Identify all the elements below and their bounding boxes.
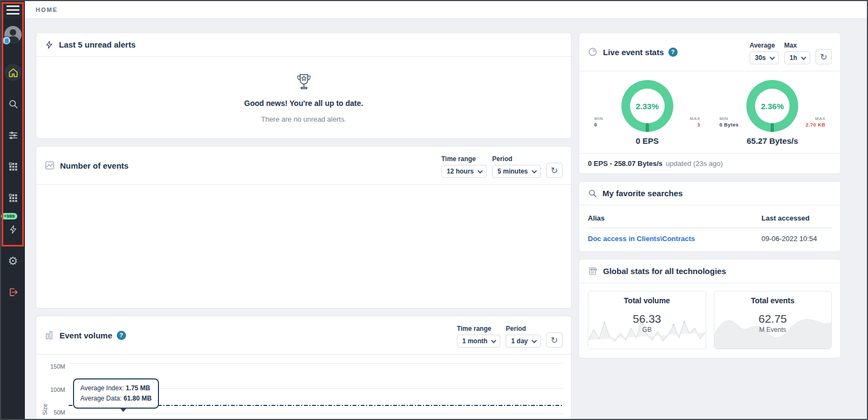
stats-report-icon [588,266,598,276]
total-volume-tile: Total volume 56.33 GB [588,291,706,349]
chevron-down-icon [770,55,775,60]
card-title: Live event stats [603,48,664,57]
menu-icon[interactable] [1,1,25,19]
bytes-caption: 65.27 Bytes/s [747,136,798,145]
chart-tooltip: Average Index: 1.75 MB Average Data: 61.… [73,378,160,409]
max-select[interactable]: 1h [784,51,810,64]
eps-donut-block: MIN 0 2.33% 0 EPS MAX 3 [585,80,710,145]
sidebar-item-search[interactable] [4,95,22,112]
last-accessed-value: 09-06-2022 10:54 [761,235,832,243]
sidebar: +999 ⚙ [1,1,25,419]
sidebar-item-logout[interactable] [4,283,22,301]
search-icon [8,99,18,109]
alerts-count-badge: +999 [1,213,17,219]
number-of-events-card: Number of events Time range 12 hours Per… [36,146,572,309]
number-of-events-body [36,185,571,308]
event-volume-chart: Size 150M 100M 50M 0 Average I [36,355,571,420]
card-title: Last 5 unread alerts [59,40,136,49]
user-avatar[interactable] [4,26,22,43]
total-events-tile: Total events 62.75 M Events [714,291,832,349]
trophy-icon [293,71,315,94]
refresh-button[interactable]: ↻ [546,332,562,348]
global-stats-card: Global stats for all technologies Total … [579,259,841,358]
favorite-search-link[interactable]: Doc access in Clients\Contracts [588,235,695,243]
time-range-select[interactable]: 12 hours [441,165,487,178]
chevron-down-icon [478,168,483,174]
average-label: Average [750,42,775,49]
alerts-lightning-icon [45,40,54,50]
chevron-down-icon [532,338,537,343]
period-select[interactable]: 1 day [506,335,541,348]
bytes-donut-block: MIN 0 Bytes 2.36% 65.27 Bytes/s MAX 2.70… [710,80,836,145]
breadcrumb[interactable]: HOME [36,6,58,13]
table-header: Alias Last accessed [588,208,832,228]
chevron-down-icon [491,338,496,343]
bytes-donut: 2.36% [746,80,798,132]
period-select[interactable]: 5 minutes [492,165,541,178]
bytes-percent: 2.36% [746,80,798,132]
alerts-submessage: There are no unread alerts. [45,115,562,123]
image-chart-icon [45,161,55,170]
pie-clock-icon [588,47,598,57]
help-icon[interactable]: ? [668,48,678,57]
chevron-down-icon [801,55,806,60]
average-select[interactable]: 30s [750,51,779,64]
sidebar-item-home[interactable] [4,64,22,81]
table-row: Doc access in Clients\Contracts 09-06-20… [588,228,832,246]
max-label: Max [784,42,797,49]
time-range-label: Time range [457,325,492,332]
event-volume-card: Event volume ? Time range 1 month Period… [36,316,572,420]
y-axis-ticks: 150M 100M 50M 0 [49,363,69,420]
card-title: My favorite searches [602,189,683,198]
y-axis-label: Size [42,363,49,420]
unread-alerts-card: Last 5 unread alerts Good news! You're a… [36,32,572,139]
topbar: HOME [25,1,867,19]
card-title: Number of events [60,161,129,170]
home-icon [8,68,18,78]
hand-badge-icon [2,36,11,45]
sidebar-item-apps-secondary[interactable] [4,189,22,206]
sidebar-item-filters[interactable] [4,126,22,144]
bar-chart-icon [45,330,54,340]
sidebar-item-alerts[interactable]: +999 [4,221,22,238]
logout-icon [8,287,18,297]
eps-donut: 2.33% [621,80,673,132]
gear-icon: ⚙ [8,255,18,266]
period-label: Period [506,325,526,332]
help-icon[interactable]: ? [117,331,126,340]
eps-caption: 0 EPS [635,136,659,145]
sidebar-item-apps[interactable] [4,158,22,175]
filters-icon [8,130,18,141]
chevron-down-icon [532,168,537,174]
eps-percent: 2.33% [621,80,673,132]
search-icon [588,189,597,198]
period-label: Period [492,155,512,163]
alerts-message: Good news! You're all up to date. [45,99,562,108]
card-title: Global stats for all technologies [603,266,726,276]
live-event-stats-card: Live event stats ? Average 30s Max 1h ↻ [579,32,841,174]
live-stats-footer: 0 EPS - 258.07 Bytes/supdated (23s ago) [579,153,840,174]
card-title: Event volume [59,331,112,340]
refresh-button[interactable]: ↻ [546,163,562,178]
lightning-icon [9,224,18,235]
favorite-searches-card: My favorite searches Alias Last accessed… [579,181,841,252]
time-range-select[interactable]: 1 month [457,335,501,348]
apps-grid-icon [8,162,18,172]
sidebar-item-settings[interactable]: ⚙ [4,252,22,269]
apps-grid2-icon [8,193,18,203]
time-range-label: Time range [441,155,476,163]
refresh-button[interactable]: ↻ [816,49,832,64]
